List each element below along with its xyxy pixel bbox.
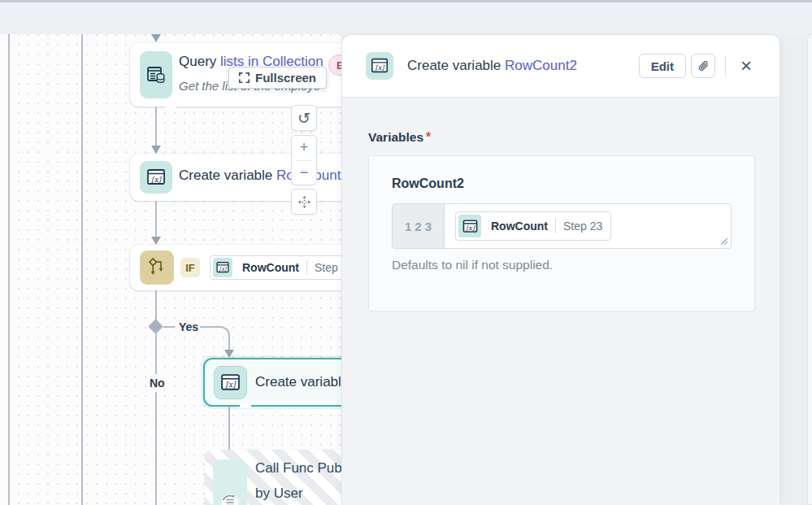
field-help-text: Defaults to nil if not supplied. (392, 258, 732, 272)
edit-button[interactable]: Edit (639, 54, 686, 78)
call-function-title-line1: Call Func Publ (255, 460, 341, 477)
required-asterisk: * (426, 130, 431, 144)
background-panel-sliver (807, 34, 812, 505)
variable-icon: [x] (214, 366, 247, 399)
variable-token-icon: [x] (213, 258, 232, 277)
if-badge: IF (180, 258, 200, 277)
panel-title-action: Create variable (407, 58, 501, 73)
create-var-action-text: Create variable (179, 168, 272, 183)
selected-card-notch (240, 403, 251, 408)
step-card-if-condition[interactable]: IF [x] RowCount Step 2 (130, 245, 341, 290)
zoom-out-icon: − (300, 164, 309, 181)
token-divider (555, 219, 556, 233)
reset-view-icon: ↺ (297, 109, 310, 128)
query-action-text: Query (179, 54, 216, 69)
panel-header: [x] Create variable RowCount2 Edit × (342, 35, 779, 98)
token-step: Step 23 (563, 220, 602, 233)
pan-icon (297, 195, 311, 209)
fullscreen-label: Fullscreen (255, 71, 316, 85)
if-badge-text: IF (185, 262, 195, 274)
copy-link-button[interactable] (691, 54, 715, 78)
zoom-in-button[interactable]: + (292, 136, 316, 160)
workflow-canvas[interactable]: Query lists in Collection Get the list o… (0, 34, 341, 505)
connector-line (155, 290, 157, 322)
variables-label: Variables (368, 130, 423, 144)
close-panel-button[interactable]: × (736, 55, 757, 76)
query-collection-icon (140, 51, 172, 98)
reset-view-button[interactable]: ↺ (291, 105, 317, 131)
variable-card: RowCount2 123 [x] RowC (368, 155, 755, 311)
zoom-out-button[interactable]: − (292, 161, 316, 185)
step-details-panel: [x] Create variable RowCount2 Edit × (341, 34, 780, 505)
panel-title-object-link[interactable]: RowCount2 (505, 58, 577, 73)
panel-body: Variables* RowCount2 123 [x] (342, 98, 779, 311)
call-function-icon (213, 459, 247, 505)
variables-section-label: Variables* (368, 130, 753, 145)
svg-text:[x]: [x] (219, 266, 228, 272)
svg-text:[x]: [x] (466, 224, 475, 231)
textarea-resize-handle[interactable] (719, 237, 727, 245)
app-window: Query lists in Collection Get the list o… (0, 0, 812, 505)
panel-actions: Edit × (639, 54, 757, 78)
rowcount-token[interactable]: [x] RowCount Step 23 (455, 211, 611, 241)
branch-icon (140, 250, 174, 285)
branch-lane-line-mid (81, 34, 83, 505)
connector-line (155, 107, 157, 146)
connector-curve (200, 326, 230, 342)
svg-text:[x]: [x] (225, 380, 237, 389)
connector-arrow (224, 350, 234, 358)
header-divider (725, 55, 726, 76)
if-condition-token[interactable]: [x] RowCount Step 2 (210, 255, 341, 280)
step-card-create-variable-selected[interactable]: [x] Create variable (203, 358, 341, 407)
connector-arrow (151, 146, 161, 154)
variable-token-icon: [x] (458, 215, 481, 237)
selected-step-title: Create variable (255, 374, 341, 390)
variable-icon: [x] (140, 161, 172, 194)
panel-title: Create variable RowCount2 (407, 58, 577, 74)
number-type-indicator: 123 (393, 204, 445, 248)
step-card-call-function[interactable]: Call Func Publ by User (205, 450, 341, 505)
svg-text:[x]: [x] (375, 63, 385, 72)
zoom-controls: + − (291, 135, 317, 185)
variable-icon: [x] (366, 52, 393, 80)
token-name: RowCount (242, 261, 299, 274)
token-divider (306, 260, 307, 275)
variable-value-field[interactable]: 123 [x] RowCount (392, 203, 732, 249)
connector-line (155, 201, 157, 237)
connector-arrow (151, 237, 161, 245)
connector-line (228, 407, 230, 450)
edit-button-label: Edit (651, 59, 674, 73)
zoom-in-icon: + (300, 139, 309, 156)
fullscreen-icon (239, 72, 250, 83)
connector-line (155, 392, 157, 505)
paperclip-icon (697, 60, 710, 72)
header-band (0, 2, 812, 34)
branch-label-no: No (146, 376, 168, 390)
svg-text:[x]: [x] (151, 176, 163, 184)
connector-line (163, 326, 175, 328)
fullscreen-tooltip[interactable]: Fullscreen (228, 67, 327, 89)
call-function-title-line2: by User (255, 485, 303, 502)
branch-label-yes: Yes (176, 320, 202, 334)
query-card-notch (165, 104, 176, 109)
connector-line (228, 342, 230, 350)
pan-mode-button[interactable] (291, 189, 317, 215)
variable-name-heading: RowCount2 (392, 176, 732, 191)
token-step: Step 2 (315, 261, 341, 274)
connector-line (155, 332, 157, 374)
field-token-area[interactable]: [x] RowCount Step 23 (445, 204, 611, 248)
close-icon: × (740, 56, 752, 76)
connector-arrow-into-query (151, 34, 161, 42)
token-name: RowCount (491, 220, 548, 233)
branch-lane-line-left (8, 34, 10, 505)
